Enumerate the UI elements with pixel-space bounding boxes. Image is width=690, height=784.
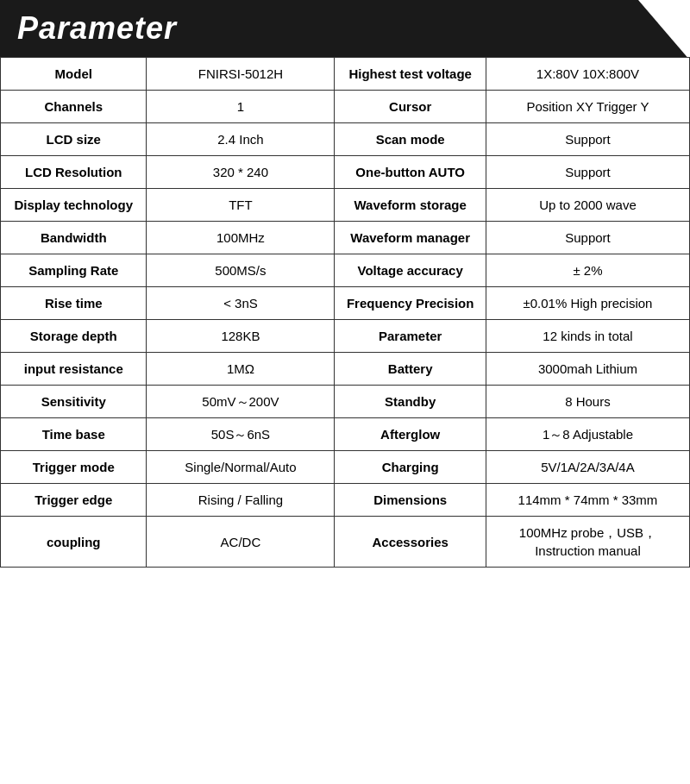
- table-row: Trigger edgeRising / FallingDimensions11…: [1, 484, 690, 517]
- param-value-12: Single/Normal/Auto: [147, 451, 335, 484]
- param-name-14: coupling: [1, 517, 147, 568]
- table-row: Time base50S～6nSAfterglow1～8 Adjustable: [1, 418, 690, 451]
- table-row: ModelFNIRSI-5012HHighest test voltage1X:…: [1, 58, 690, 91]
- table-row: Bandwidth100MHzWaveform managerSupport: [1, 222, 690, 254]
- param-value-0: FNIRSI-5012H: [147, 58, 335, 91]
- param-name-0: Model: [1, 58, 147, 91]
- table-row: Sampling Rate500MS/sVoltage accuracy± 2%: [1, 254, 690, 287]
- param-name-12: Trigger mode: [1, 451, 147, 484]
- table-row: Sensitivity50mV～200VStandby8 Hours: [1, 386, 690, 418]
- table-row: input resistance1MΩBattery3000mah Lithiu…: [1, 353, 690, 386]
- param-value-4: TFT: [147, 189, 335, 222]
- table-row: LCD size2.4 InchScan modeSupport: [1, 123, 690, 156]
- page-header: Parameter: [0, 0, 690, 57]
- param-value-9: 1MΩ: [147, 353, 335, 386]
- param-name-6: Sampling Rate: [1, 254, 147, 287]
- spec-name-9: Battery: [335, 353, 486, 386]
- param-name-5: Bandwidth: [1, 222, 147, 254]
- parameter-table: ModelFNIRSI-5012HHighest test voltage1X:…: [0, 57, 690, 568]
- table-row: Storage depth128KBParameter12 kinds in t…: [1, 320, 690, 353]
- spec-name-0: Highest test voltage: [335, 58, 486, 91]
- page-title: Parameter: [17, 10, 177, 47]
- spec-value-2: Support: [486, 123, 689, 156]
- table-row: couplingAC/DCAccessories100MHz probe，USB…: [1, 517, 690, 568]
- param-name-2: LCD size: [1, 123, 147, 156]
- spec-value-11: 1～8 Adjustable: [486, 418, 689, 451]
- param-value-11: 50S～6nS: [147, 418, 335, 451]
- param-value-1: 1: [147, 91, 335, 123]
- spec-name-4: Waveform storage: [335, 189, 486, 222]
- spec-name-8: Parameter: [335, 320, 486, 353]
- spec-name-6: Voltage accuracy: [335, 254, 486, 287]
- spec-name-11: Afterglow: [335, 418, 486, 451]
- table-row: LCD Resolution320 * 240One-button AUTOSu…: [1, 156, 690, 189]
- param-value-3: 320 * 240: [147, 156, 335, 189]
- spec-name-2: Scan mode: [335, 123, 486, 156]
- spec-value-1: Position XY Trigger Y: [486, 91, 689, 123]
- param-name-3: LCD Resolution: [1, 156, 147, 189]
- spec-value-4: Up to 2000 wave: [486, 189, 689, 222]
- spec-value-8: 12 kinds in total: [486, 320, 689, 353]
- spec-value-7: ±0.01% High precision: [486, 287, 689, 320]
- param-value-10: 50mV～200V: [147, 386, 335, 418]
- table-row: Trigger modeSingle/Normal/AutoCharging5V…: [1, 451, 690, 484]
- param-name-1: Channels: [1, 91, 147, 123]
- spec-value-5: Support: [486, 222, 689, 254]
- spec-value-0: 1X:80V 10X:800V: [486, 58, 689, 91]
- spec-name-3: One-button AUTO: [335, 156, 486, 189]
- spec-name-14: Accessories: [335, 517, 486, 568]
- spec-name-1: Cursor: [335, 91, 486, 123]
- param-name-11: Time base: [1, 418, 147, 451]
- param-name-9: input resistance: [1, 353, 147, 386]
- param-name-8: Storage depth: [1, 320, 147, 353]
- param-value-7: < 3nS: [147, 287, 335, 320]
- param-value-13: Rising / Falling: [147, 484, 335, 517]
- table-row: Display technologyTFTWaveform storageUp …: [1, 189, 690, 222]
- param-name-7: Rise time: [1, 287, 147, 320]
- spec-name-7: Frequency Precision: [335, 287, 486, 320]
- spec-value-12: 5V/1A/2A/3A/4A: [486, 451, 689, 484]
- param-value-8: 128KB: [147, 320, 335, 353]
- table-row: Channels1CursorPosition XY Trigger Y: [1, 91, 690, 123]
- parameter-table-container: ModelFNIRSI-5012HHighest test voltage1X:…: [0, 57, 690, 568]
- param-value-5: 100MHz: [147, 222, 335, 254]
- spec-value-14: 100MHz probe，USB，Instruction manual: [486, 517, 689, 568]
- table-row: Rise time< 3nSFrequency Precision±0.01% …: [1, 287, 690, 320]
- param-value-6: 500MS/s: [147, 254, 335, 287]
- param-name-10: Sensitivity: [1, 386, 147, 418]
- param-name-4: Display technology: [1, 189, 147, 222]
- spec-value-3: Support: [486, 156, 689, 189]
- spec-value-13: 114mm * 74mm * 33mm: [486, 484, 689, 517]
- spec-name-12: Charging: [335, 451, 486, 484]
- spec-name-5: Waveform manager: [335, 222, 486, 254]
- spec-name-13: Dimensions: [335, 484, 486, 517]
- param-name-13: Trigger edge: [1, 484, 147, 517]
- param-value-14: AC/DC: [147, 517, 335, 568]
- spec-value-6: ± 2%: [486, 254, 689, 287]
- spec-value-9: 3000mah Lithium: [486, 353, 689, 386]
- spec-name-10: Standby: [335, 386, 486, 418]
- spec-value-10: 8 Hours: [486, 386, 689, 418]
- param-value-2: 2.4 Inch: [147, 123, 335, 156]
